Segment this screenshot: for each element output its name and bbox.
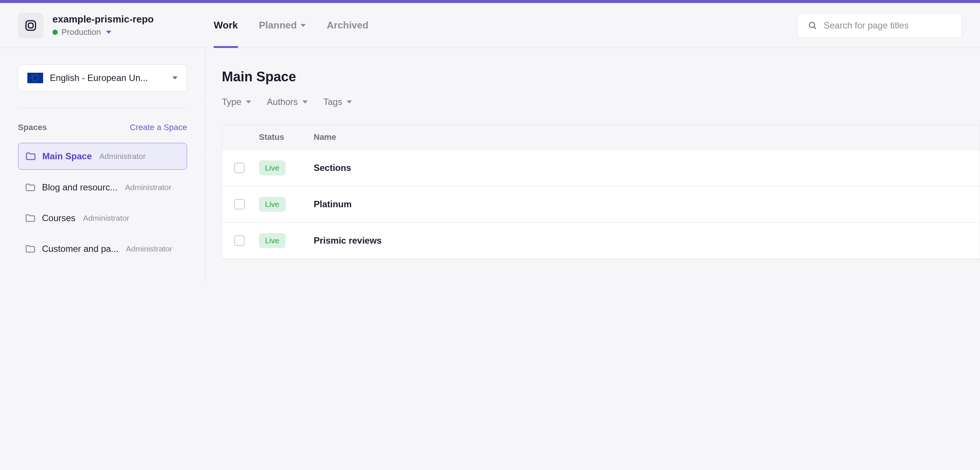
row-name: Prismic reviews [314, 235, 382, 245]
column-status[interactable]: Status [259, 132, 314, 142]
nav-archived[interactable]: Archived [327, 3, 368, 48]
svg-rect-0 [26, 21, 36, 30]
spaces-header: Spaces Create a Space [18, 123, 187, 132]
svg-point-2 [810, 22, 815, 27]
repo-logo[interactable] [18, 13, 43, 38]
table-row[interactable]: Live Prismic reviews [222, 223, 980, 259]
row-checkbox[interactable] [234, 235, 245, 246]
header: example-prismic-repo Production Work Pla… [0, 3, 980, 48]
nav-archived-label: Archived [327, 19, 368, 31]
row-checkbox[interactable] [234, 163, 245, 173]
body: English - European Un... Spaces Create a… [0, 48, 980, 283]
nav-work[interactable]: Work [213, 3, 238, 48]
chevron-down-icon [246, 100, 251, 104]
top-accent-bar [0, 0, 980, 3]
table-row[interactable]: Live Platinum [222, 186, 980, 223]
repo-info: example-prismic-repo Production [52, 13, 154, 37]
folder-icon [25, 151, 37, 162]
table-header: Status Name [222, 125, 980, 150]
folder-icon [25, 212, 36, 224]
svg-rect-1 [29, 23, 33, 28]
row-checkbox[interactable] [234, 199, 245, 210]
nav-work-label: Work [213, 19, 238, 31]
status-badge: Live [259, 197, 286, 212]
environment-status-dot [52, 30, 58, 35]
filter-authors[interactable]: Authors [267, 97, 308, 107]
sidebar-space-main[interactable]: Main Space Administrator [18, 143, 187, 170]
filter-tags-label: Tags [323, 97, 342, 107]
space-role: Administrator [83, 213, 129, 223]
page-title: Main Space [222, 69, 980, 85]
locale-label: English - European Un... [50, 73, 165, 83]
create-space-link[interactable]: Create a Space [130, 123, 187, 132]
space-role: Administrator [99, 152, 146, 161]
status-badge: Live [259, 233, 286, 248]
chevron-down-icon [106, 31, 111, 34]
spaces-title: Spaces [18, 123, 47, 132]
environment-label: Production [62, 27, 101, 37]
prismic-logo-icon [24, 19, 37, 32]
space-name: Customer and pa... [42, 244, 118, 254]
sidebar-space-courses[interactable]: Courses Administrator [18, 205, 187, 231]
eu-flag-icon [27, 73, 43, 83]
locale-picker[interactable]: English - European Un... [18, 64, 187, 91]
search-box[interactable] [797, 13, 962, 38]
chevron-down-icon [301, 24, 306, 27]
sidebar-space-customer[interactable]: Customer and pa... Administrator [18, 236, 187, 262]
main-content: Main Space Type Authors Tags Status Name [205, 48, 980, 283]
column-name[interactable]: Name [314, 132, 980, 142]
chevron-down-icon [172, 76, 178, 80]
filter-type[interactable]: Type [222, 97, 251, 107]
search-icon [808, 21, 817, 30]
chevron-down-icon [302, 100, 308, 104]
sidebar-space-blog[interactable]: Blog and resourc... Administrator [18, 174, 187, 201]
main-nav: Work Planned Archived [213, 3, 368, 48]
space-name: Blog and resourc... [42, 182, 117, 193]
nav-planned[interactable]: Planned [259, 3, 306, 48]
sidebar: English - European Un... Spaces Create a… [0, 48, 205, 283]
filter-tags[interactable]: Tags [323, 97, 352, 107]
status-badge: Live [259, 161, 286, 175]
documents-table: Status Name Live Sections Live Platinum … [222, 124, 980, 260]
sidebar-divider [18, 108, 187, 108]
row-name: Sections [314, 163, 351, 173]
nav-planned-label: Planned [259, 19, 297, 31]
space-role: Administrator [126, 244, 172, 253]
space-role: Administrator [125, 183, 171, 192]
space-name: Courses [42, 213, 75, 223]
filter-authors-label: Authors [267, 97, 298, 107]
folder-icon [25, 182, 36, 193]
space-name: Main Space [42, 151, 92, 161]
folder-icon [25, 243, 36, 255]
environment-selector[interactable]: Production [52, 27, 154, 37]
table-row[interactable]: Live Sections [222, 150, 980, 186]
svg-line-3 [814, 27, 816, 29]
chevron-down-icon [347, 100, 352, 104]
row-name: Platinum [314, 199, 352, 209]
filter-bar: Type Authors Tags [222, 97, 980, 107]
header-left: example-prismic-repo Production [18, 13, 154, 38]
filter-type-label: Type [222, 97, 241, 107]
search-input[interactable] [824, 20, 951, 31]
repo-name: example-prismic-repo [52, 13, 154, 25]
